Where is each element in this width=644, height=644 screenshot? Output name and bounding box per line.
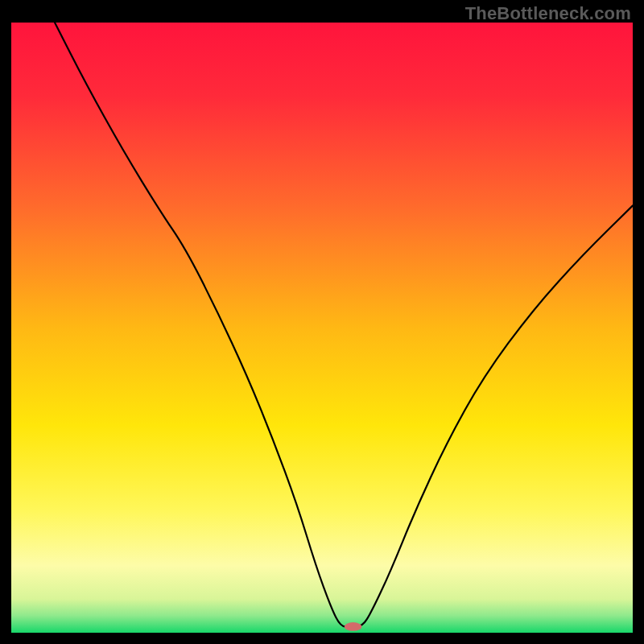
optimal-point-marker	[345, 622, 362, 631]
chart-container: TheBottleneck.com	[0, 0, 644, 644]
watermark-text: TheBottleneck.com	[465, 3, 631, 24]
chart-svg	[11, 23, 633, 633]
gradient-background	[11, 23, 633, 633]
chart-plot-area	[11, 23, 633, 633]
